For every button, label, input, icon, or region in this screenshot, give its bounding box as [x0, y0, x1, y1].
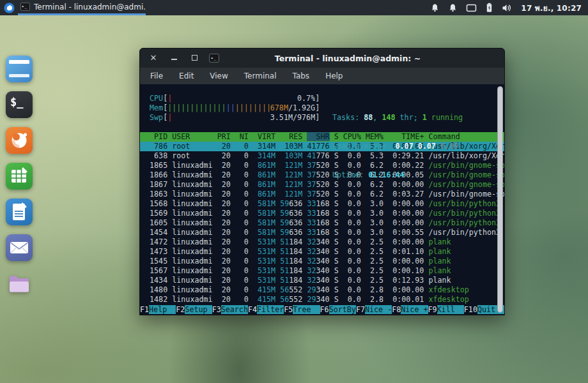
process-row[interactable]: 1567 linuxadmi 20 0 531M 51184 32340 S 0…: [140, 266, 504, 276]
dock: $_: [6, 56, 33, 297]
fkey-label-help[interactable]: Help: [149, 305, 176, 314]
fkey-f8[interactable]: F8: [392, 305, 401, 314]
fkey-label-nice-[interactable]: Nice +: [401, 305, 428, 314]
fkey-f5[interactable]: F5: [284, 305, 293, 314]
fkey-label-setup[interactable]: Setup: [185, 305, 212, 314]
notification-bell-icon[interactable]: [430, 3, 440, 13]
htop-summary: Tasks: 88, 148 thr; 1 running Load avera…: [332, 94, 463, 199]
panel-tray: 17 พ.ย., 10:27: [430, 0, 588, 15]
dock-desktop-icon[interactable]: [6, 56, 33, 82]
close-button[interactable]: ✕: [148, 49, 159, 68]
clock[interactable]: 17 พ.ย., 10:27: [521, 2, 582, 14]
fkey-label-kill[interactable]: Kill: [437, 305, 464, 314]
dock-file-manager-icon[interactable]: [6, 270, 33, 297]
taskbar-window-button[interactable]: ▸_ Terminal - linuxadmin@admi...: [18, 0, 146, 15]
dock-writer-icon[interactable]: [6, 199, 33, 225]
applications-menu-button[interactable]: [0, 0, 18, 15]
terminal-glyph: $_: [10, 96, 23, 109]
process-row[interactable]: 1568 linuxadmi 20 0 581M 59636 33168 S 0…: [140, 199, 504, 209]
menu-item-file[interactable]: File: [150, 71, 163, 80]
xfce-logo-icon: [4, 3, 15, 13]
battery-charging-icon[interactable]: [485, 3, 493, 13]
htop-meters: CPU[|0.7%] Mem[|||||||||||||||||||||||67…: [140, 84, 504, 132]
process-row[interactable]: 1434 linuxadmi 20 0 531M 51184 32340 S 0…: [140, 276, 504, 285]
titlebar[interactable]: ✕ ▸_ Terminal - linuxadmin@admin: ~: [140, 49, 504, 68]
process-row[interactable]: 1482 linuxadmi 20 0 415M 56552 29340 S 0…: [140, 295, 504, 304]
menu-item-help[interactable]: Help: [325, 71, 343, 80]
process-row[interactable]: 1473 linuxadmi 20 0 531M 51184 32340 S 0…: [140, 247, 504, 257]
process-row[interactable]: 1454 linuxadmi 20 0 581M 59636 33168 S 0…: [140, 228, 504, 237]
process-row[interactable]: 1480 linuxadmi 20 0 415M 56552 29340 S 0…: [140, 285, 504, 295]
fkey-f10[interactable]: F10: [464, 305, 477, 314]
desktop: ▸_ Terminal - linuxadmin@admi...: [0, 0, 588, 383]
display-icon[interactable]: [466, 3, 477, 13]
panel-left: ▸_ Terminal - linuxadmin@admi...: [0, 0, 146, 15]
fkey-f9[interactable]: F9: [428, 305, 437, 314]
fkey-f1[interactable]: F1: [140, 305, 149, 314]
dock-terminal-icon[interactable]: $_: [6, 91, 33, 118]
process-row[interactable]: 1605 linuxadmi 20 0 581M 59636 33168 S 0…: [140, 218, 504, 228]
dock-mail-icon[interactable]: [6, 234, 33, 261]
fkey-label-filter[interactable]: Filter: [257, 305, 284, 314]
menu-item-tabs[interactable]: Tabs: [293, 71, 310, 80]
process-row[interactable]: 1545 linuxadmi 20 0 531M 51184 32340 S 0…: [140, 257, 504, 266]
htop-screen: CPU[|0.7%] Mem[|||||||||||||||||||||||67…: [140, 84, 504, 315]
process-row[interactable]: 1472 linuxadmi 20 0 531M 51184 32340 S 0…: [140, 237, 504, 247]
dock-spreadsheet-icon[interactable]: [6, 163, 33, 190]
volume-icon[interactable]: [502, 3, 513, 13]
load-average-line: Load average: 0.07 0.07 0.09: [332, 142, 463, 151]
process-row[interactable]: 1569 linuxadmi 20 0 581M 59636 33168 S 0…: [140, 209, 504, 218]
fkey-f6[interactable]: F6: [320, 305, 329, 314]
top-panel: ▸_ Terminal - linuxadmin@admi...: [0, 0, 588, 15]
window-app-icon: ▸_: [209, 54, 219, 63]
terminal-window: ✕ ▸_ Terminal - linuxadmin@admin: ~ File…: [139, 48, 505, 315]
function-key-bar: F1Help F2Setup F3SearchF4FilterF5Tree F6…: [140, 305, 504, 315]
menu-item-terminal[interactable]: Terminal: [244, 71, 277, 80]
taskbar-window-title: Terminal - linuxadmin@admi...: [34, 3, 146, 11]
menu-item-edit[interactable]: Edit: [179, 71, 194, 80]
menu-item-view[interactable]: View: [210, 71, 228, 80]
terminal-mini-icon: ▸_: [20, 3, 30, 11]
dock-browser-icon[interactable]: [6, 127, 33, 154]
fkey-label-search[interactable]: Search: [221, 305, 248, 314]
uptime-line: Uptime: 01:16:44: [332, 170, 463, 180]
scrollbar[interactable]: [497, 86, 503, 313]
fkey-f2[interactable]: F2: [176, 305, 185, 314]
fkey-label-nice-[interactable]: Nice -: [365, 305, 392, 314]
fkey-label-sortby[interactable]: SortBy: [329, 305, 356, 314]
notification-bell-2-icon[interactable]: [448, 3, 458, 13]
fkey-f3[interactable]: F3: [212, 305, 221, 314]
menubar: FileEditViewTerminalTabsHelp: [140, 68, 504, 84]
fkey-f4[interactable]: F4: [248, 305, 257, 314]
minimize-button[interactable]: [168, 49, 180, 68]
fkey-f7[interactable]: F7: [356, 305, 365, 314]
tasks-line: Tasks: 88, 148 thr; 1 running: [332, 113, 463, 123]
fkey-label-tree[interactable]: Tree: [293, 305, 320, 314]
window-title: Terminal - linuxadmin@admin: ~: [224, 54, 497, 63]
maximize-button[interactable]: [189, 49, 200, 68]
